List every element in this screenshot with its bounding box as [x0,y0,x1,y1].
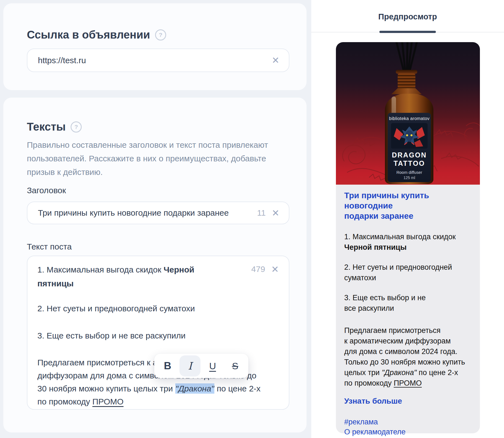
preview-body-line: Черной пятницы [344,242,472,253]
ad-url-input[interactable]: https://test.ru ✕ [27,49,289,72]
product-subtitle: Room diffuser [396,170,422,175]
tab-preview[interactable]: Предпросмотр [311,12,504,21]
help-icon[interactable]: ? [71,121,82,133]
bottle-neck [398,73,415,89]
selected-text[interactable]: "Дракона" [175,383,215,394]
bold-button[interactable]: B [157,355,178,376]
post-text-label: Текст поста [27,242,72,251]
post-text-editor[interactable]: 479 ✕ 1. Максимальная выгода скидок Черн… [27,256,289,410]
learn-more-link[interactable]: Узнать больше [344,397,472,406]
clear-headline-icon[interactable]: ✕ [272,208,279,218]
post-text-segment: по промокоду [37,397,92,406]
preview-text-segment: по цене 2-х [416,368,458,377]
texts-description: Правильно составленные заголовок и текст… [27,138,284,179]
ad-url-value: https://test.ru [38,56,266,65]
post-line: 2. Нет суеты и предновогодней суматохи [37,302,279,315]
preview-body-line: для дома с символом 2024 года. [344,346,472,357]
preview-panel: Предпросмотр [311,0,504,438]
post-line: 1. Максимальная выгода скидок Черной [37,263,279,277]
advertiser-info-link[interactable]: О рекламодателе [344,428,472,436]
clear-post-icon[interactable]: ✕ [271,265,279,274]
post-line: пятницы [37,277,279,291]
headline-input[interactable]: Три причины купить новогодние подарки за… [27,202,289,224]
preview-italic-segment: "Дракона" [382,368,416,377]
preview-text-segment: по промокоду [344,379,394,387]
post-text-segment: 30 ноября можно купить целых три [37,384,175,393]
preview-body-line: Предлагаем присмотреться [344,325,472,336]
preview-promo-text: ПРОМО [394,379,422,387]
strikethrough-button[interactable]: S [225,355,246,376]
post-line: 30 ноября можно купить целых три "Дракон… [37,382,279,395]
ad-preview-card: biblioteka aromatov DRAGON TATTOO [336,42,480,433]
headline-value: Три причины купить новогодние подарки за… [38,208,257,218]
preview-body-line: целых три "Дракона" по цене 2-х [344,367,472,378]
preview-post-title[interactable]: Три причины купить новогодние подарки за… [344,190,472,221]
product-name-line1: DRAGON [392,151,427,159]
ad-link-card: Ссылка в объявлении ? https://test.ru ✕ [3,3,307,90]
preview-body-line: 2. Нет суеты и предновогодней [344,262,472,273]
preview-body-line: по промокоду ПРОМО [344,378,472,388]
post-line: 3. Еще есть выбор и не все раскупили [37,329,279,343]
headline-char-counter: 11 [257,208,266,218]
text-format-toolbar: B I U S [154,354,248,378]
headline-label: Заголовок [27,186,66,195]
italic-button[interactable]: I [179,355,200,376]
link-card-title: Ссылка в объявлении ? [27,29,166,41]
preview-body-line: суматохи [344,273,472,283]
post-editor-meta: 479 ✕ [251,264,279,274]
dragon-artwork-icon [391,123,428,149]
active-tab-indicator [379,31,436,33]
promo-code-text: ПРОМО [92,397,124,406]
ad-hashtag-link[interactable]: #реклама [344,418,472,426]
post-char-counter: 479 [251,264,265,274]
preview-title-line: Три причины купить новогодние [344,190,472,211]
help-icon[interactable]: ? [155,29,166,40]
product-image: biblioteka aromatov DRAGON TATTOO [336,42,480,185]
preview-body-line: все раскупили [344,303,472,314]
post-text-segment: по цене 2-х [214,384,260,393]
texts-card: Тексты ? Правильно составленные заголово… [3,98,307,432]
preview-body-line: Только до 30 ноября можно купить [344,357,472,367]
post-text-segment: 1. Максимальная выгода скидок [37,265,164,274]
post-text-bold-segment: Черной [164,265,194,274]
ad-editor-page: Ссылка в объявлении ? https://test.ru ✕ … [0,0,504,438]
texts-card-title: Тексты ? [27,121,82,133]
product-volume: 125 ml [403,175,415,180]
product-label: biblioteka aromatov DRAGON TATTOO [388,113,431,182]
preview-body-line: к ароматическим диффузорам [344,336,472,346]
preview-post-body: Три причины купить новогодние подарки за… [336,185,480,433]
post-line: по промокоду ПРОМО [37,395,279,408]
clear-url-icon[interactable]: ✕ [272,56,279,65]
preview-body-line: 3. Еще есть выбор и не [344,292,472,303]
underline-button[interactable]: U [202,355,223,376]
brand-name: biblioteka aromatov [389,116,430,121]
preview-text-segment: целых три [344,368,382,377]
preview-body-line: 1. Максимальная выгода скидок [344,231,472,242]
product-name-line2: TATTOO [394,159,425,167]
texts-card-title-text: Тексты [27,121,66,133]
preview-title-line: подарки заранее [344,211,472,221]
link-card-title-text: Ссылка в объявлении [27,29,150,41]
